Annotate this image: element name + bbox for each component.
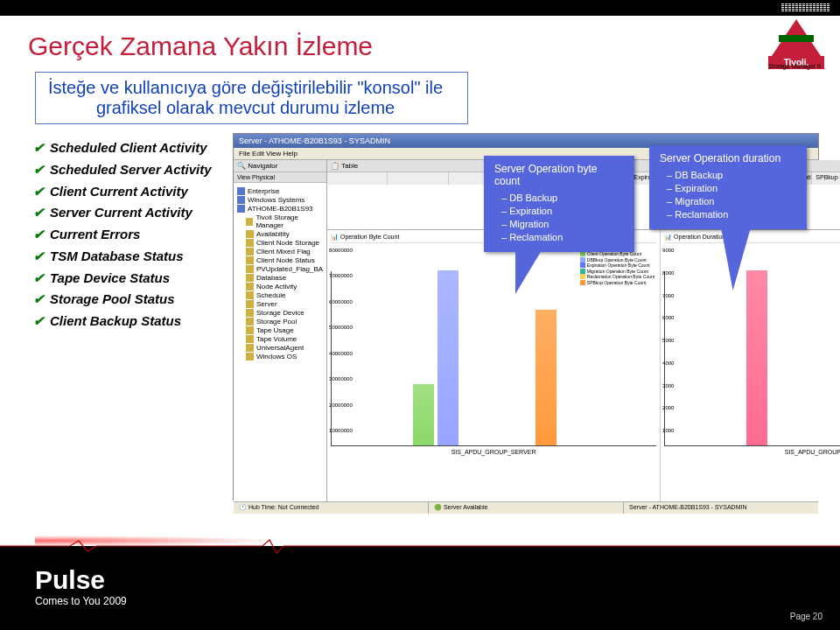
callout-duration: Server Operation duration DB BackupExpir…	[649, 145, 807, 229]
callout-item: Reclamation	[501, 232, 624, 242]
bullet-item: ✔Server Current Activity	[33, 205, 228, 221]
chart-duration[interactable]: 📊 Operation Duration 9000800070006000500…	[661, 230, 840, 501]
navigator-header: 🔍 Navigator	[234, 160, 326, 172]
pulse-logo: Pulse Comes to You 2009	[35, 565, 127, 607]
subtitle-line-1: İsteğe ve kullanıcıya göre değiştirilebi…	[48, 78, 443, 98]
subtitle-line-2: grafiksel olarak mevcut durumu izleme	[48, 98, 443, 118]
footer: Pulse Comes to You 2009 Page 20	[0, 546, 840, 630]
callout-title: Server Operation byte count	[494, 163, 624, 187]
callout-item: Expiration	[501, 206, 624, 216]
check-icon: ✔	[33, 227, 45, 243]
callout-item: DB Backup	[667, 170, 796, 180]
bullet-item: ✔Storage Pool Status	[33, 291, 228, 308]
callout-item: Migration	[501, 219, 624, 229]
bullet-item: ✔Scheduled Server Activity	[33, 162, 228, 178]
bullet-item: ✔Scheduled Client Activity	[33, 140, 228, 157]
callout-item: DB Backup	[501, 192, 624, 203]
check-icon: ✔	[33, 291, 45, 308]
check-icon: ✔	[33, 162, 45, 178]
callout-byte-count: Server Operation byte count DB BackupExp…	[484, 156, 634, 252]
bullet-item: ✔Current Errors	[33, 227, 228, 243]
callout-item: Migration	[667, 196, 796, 206]
check-icon: ✔	[33, 270, 45, 287]
pulse-name: Pulse	[35, 565, 127, 595]
bullet-item: ✔Client Current Activity	[33, 184, 228, 200]
bullet-item: ✔TSM Database Status	[33, 248, 228, 265]
pulse-tagline: Comes to You 2009	[35, 595, 127, 607]
tivoli-badge: Tivoli.	[768, 19, 824, 69]
check-icon: ✔	[33, 140, 45, 157]
bullet-item: ✔Tape Device Status	[33, 270, 228, 287]
subtitle-box: İsteğe ve kullanıcıya göre değiştirilebi…	[35, 72, 468, 124]
page-number: Page 20	[790, 612, 822, 621]
top-black-bar	[0, 0, 840, 16]
check-icon: ✔	[33, 205, 45, 221]
callout-item: Reclamation	[667, 209, 796, 220]
callout-title: Server Operation duration	[660, 152, 796, 164]
badge-subtitle: Storage Manager 6	[768, 63, 821, 69]
bullet-list: ✔Scheduled Client Activity✔Scheduled Ser…	[33, 140, 228, 335]
chart-byte-count[interactable]: 📊 Operation Byte Count 80000000700000006…	[327, 230, 661, 501]
check-icon: ✔	[33, 248, 45, 265]
ibm-logo	[781, 4, 830, 12]
check-icon: ✔	[33, 313, 45, 330]
slide-title: Gerçek Zamana Yakın İzleme	[28, 32, 373, 61]
ekg-line-icon	[0, 537, 840, 556]
bullet-item: ✔Client Backup Status	[33, 313, 228, 330]
status-bar: 🕐 Hub Time: Not Connected 🟢 Server Avail…	[234, 501, 818, 514]
navigator-panel[interactable]: 🔍 Navigator View Physical EnterpriseWind…	[234, 160, 327, 501]
badge-triangle-icon	[772, 19, 821, 56]
check-icon: ✔	[33, 184, 45, 200]
callout-item: Expiration	[667, 183, 796, 193]
